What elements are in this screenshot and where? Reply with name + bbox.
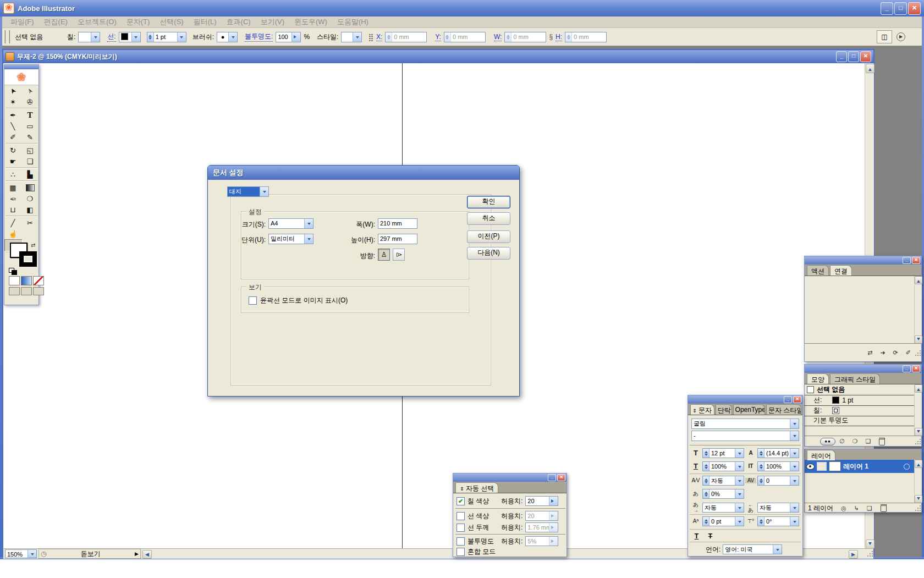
magic-wand-tool[interactable]: ✶ <box>4 96 21 107</box>
links-title-bar[interactable]: _ ✕ <box>805 256 921 265</box>
relink-icon[interactable]: ⇄ <box>867 349 872 356</box>
tracking-combo[interactable]: 0 <box>757 476 799 486</box>
rotate-tool[interactable]: ↻ <box>4 145 21 156</box>
scroll-down-icon[interactable] <box>915 335 922 344</box>
chevron-down-icon[interactable] <box>790 449 799 458</box>
stepper-icon[interactable] <box>758 449 765 458</box>
chevron-down-icon[interactable] <box>177 32 186 42</box>
horizontal-scale-combo[interactable]: 100% <box>757 461 799 471</box>
tab-character-styles[interactable]: 문자 스타일 <box>766 404 801 415</box>
swap-fill-stroke-icon[interactable]: ⇄ <box>31 242 35 248</box>
chevron-down-icon[interactable] <box>790 517 799 526</box>
tab-character[interactable]: ⇕ 문자 <box>690 404 714 415</box>
scroll-up-icon[interactable] <box>915 276 922 284</box>
color-mode-button[interactable] <box>9 276 20 285</box>
stroke-color-swatch[interactable] <box>19 251 37 267</box>
chevron-down-icon[interactable] <box>773 545 782 554</box>
appearance-row-none[interactable]: 선택 없음 <box>805 384 916 395</box>
opacity-field[interactable]: 100 <box>276 32 301 42</box>
stepper-icon[interactable] <box>703 476 710 485</box>
default-fill-stroke-icon[interactable] <box>9 268 16 274</box>
pen-tool[interactable]: ✒ <box>4 109 21 120</box>
blend-tool[interactable]: ❍ <box>21 193 38 204</box>
dialog-section-combo[interactable]: 대지 <box>227 186 269 197</box>
edit-original-icon[interactable]: ✐ <box>906 349 911 356</box>
close-icon[interactable]: ✕ <box>908 2 921 15</box>
chevron-down-icon[interactable] <box>353 32 361 42</box>
font-family-combo[interactable]: 굴림 <box>691 419 799 429</box>
layer-target-icon[interactable] <box>904 464 910 470</box>
scroll-down-icon[interactable] <box>915 495 922 503</box>
scroll-down-icon[interactable] <box>915 428 922 436</box>
stroke-color-checkbox[interactable] <box>457 512 465 520</box>
status-menu-arrow-icon[interactable]: ▶ <box>135 551 139 557</box>
fullscreen-menu-mode-button[interactable] <box>21 287 32 295</box>
warp-tool[interactable]: ☛ <box>4 156 21 167</box>
zoom-level-combo[interactable]: 150% <box>5 549 37 558</box>
magic-wand-title-bar[interactable]: _ ✕ <box>453 474 566 482</box>
links-list[interactable] <box>805 276 914 343</box>
stepper-icon[interactable] <box>758 462 765 471</box>
menu-window[interactable]: 윈도우(W) <box>289 17 332 27</box>
layers-scrollbar[interactable] <box>914 460 922 503</box>
tab-actions[interactable]: 액션 <box>807 265 829 276</box>
stepper-icon[interactable] <box>703 489 710 498</box>
menu-view[interactable]: 보기(V) <box>256 17 289 27</box>
stroke-label[interactable]: 선: <box>107 32 116 42</box>
ok-button[interactable]: 확인 <box>467 196 510 208</box>
menu-help[interactable]: 도움말(H) <box>332 17 373 27</box>
type-tool[interactable]: T <box>21 109 38 120</box>
tsume-combo[interactable]: 0% <box>702 489 744 499</box>
selection-tool[interactable]: ➤ <box>4 85 21 96</box>
menu-edit[interactable]: 편집(E) <box>39 17 73 27</box>
duplicate-item-icon[interactable]: ❏ <box>865 438 871 445</box>
fill-swatch-combo[interactable] <box>78 32 100 42</box>
orientation-portrait-button[interactable]: ♙ <box>378 249 390 261</box>
line-segment-tool[interactable]: ╲ <box>4 120 21 131</box>
scroll-down-icon[interactable] <box>866 540 875 549</box>
chevron-down-icon[interactable] <box>790 431 799 441</box>
stepper-icon[interactable] <box>703 462 710 471</box>
arrow-right-icon[interactable] <box>549 497 558 505</box>
panel-minimize-icon[interactable]: _ <box>903 365 911 372</box>
x-field[interactable]: 0 mm <box>385 32 427 42</box>
stroke-weight-checkbox[interactable] <box>457 524 465 532</box>
status-display[interactable]: ◷ 돋보기 ▶ <box>38 549 141 559</box>
panel-minimize-icon[interactable]: _ <box>784 396 792 403</box>
opacity-tolerance-field[interactable]: 5% <box>525 536 558 546</box>
clear-appearance-icon[interactable]: ∅ <box>839 438 845 445</box>
normal-screen-mode-button[interactable] <box>9 287 20 295</box>
chevron-down-icon[interactable] <box>91 32 100 42</box>
reduce-appearance-icon[interactable]: ❍ <box>853 438 858 445</box>
maximize-icon[interactable]: □ <box>894 2 907 15</box>
make-clipping-mask-icon[interactable]: ◎ <box>841 505 846 512</box>
fullscreen-mode-button[interactable] <box>33 287 44 295</box>
direct-selection-tool[interactable]: ➢ <box>21 85 38 96</box>
doc-maximize-icon[interactable]: □ <box>848 51 859 62</box>
menu-object[interactable]: 오브젝트(O) <box>73 17 122 27</box>
tab-layers[interactable]: 레이어 <box>807 450 835 460</box>
lasso-tool[interactable]: ✇ <box>21 96 38 107</box>
next-button[interactable]: 다음(N) <box>467 247 510 260</box>
panel-resize-grip[interactable] <box>915 505 921 511</box>
underline-button[interactable]: T <box>691 531 702 541</box>
font-size-combo[interactable]: 12 pt <box>702 448 744 458</box>
left-spacing-combo[interactable]: 자동 <box>702 503 744 513</box>
panel-close-icon[interactable]: ✕ <box>557 474 565 481</box>
minimize-icon[interactable]: _ <box>881 2 893 15</box>
right-spacing-combo[interactable]: 자동 <box>757 503 799 513</box>
style-combo[interactable] <box>341 32 362 42</box>
opacity-checkbox[interactable] <box>457 537 465 546</box>
gradient-mode-button[interactable] <box>21 276 32 285</box>
chevron-down-icon[interactable] <box>790 419 799 428</box>
appearance-row-transparency[interactable]: 기본 투명도 <box>805 415 923 426</box>
chevron-down-icon[interactable] <box>790 476 799 485</box>
scroll-up-icon[interactable] <box>915 384 922 393</box>
appearance-row-fill[interactable]: 칠: <box>805 405 923 416</box>
links-scrollbar[interactable] <box>914 276 922 343</box>
scroll-up-icon[interactable] <box>915 460 922 468</box>
menu-type[interactable]: 문자(T) <box>122 17 155 27</box>
menu-file[interactable]: 파일(F) <box>6 17 39 27</box>
doc-minimize-icon[interactable]: _ <box>836 51 847 62</box>
menu-select[interactable]: 선택(S) <box>155 17 188 27</box>
